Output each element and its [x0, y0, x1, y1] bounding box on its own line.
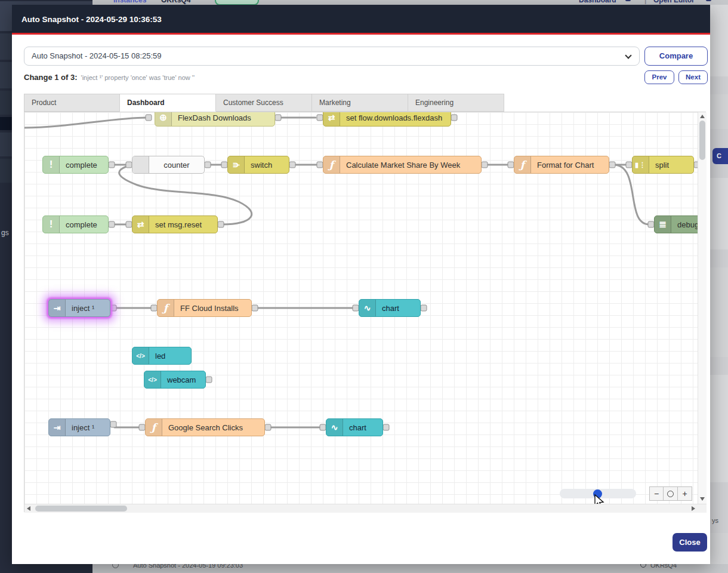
- flow-node-set-msg-reset[interactable]: set msg.reset: [132, 215, 218, 233]
- table-row: [710, 178, 728, 249]
- flow-node-switch[interactable]: switch: [227, 156, 289, 174]
- chevron-down-icon: [625, 52, 631, 58]
- selected-snapshot: Auto Snapshot - 2024-05-15 08:25:59: [32, 51, 162, 60]
- zoom-reset-icon: [667, 491, 674, 497]
- flow-node-calculate-market-share[interactable]: Calculate Market Share By Week: [323, 156, 482, 174]
- code-icon: [144, 371, 161, 388]
- change-icon: [323, 112, 340, 126]
- globe-icon: [155, 112, 172, 126]
- table-row: [710, 375, 728, 482]
- flow-node-inject-2[interactable]: inject ¹: [48, 418, 110, 436]
- zoom-button-group: − +: [649, 486, 692, 501]
- dialog-header: Auto Snapshot - 2024-05-29 10:36:53: [12, 5, 710, 35]
- vertical-scrollbar-thumb[interactable]: [699, 121, 705, 160]
- switch-icon: [228, 156, 245, 173]
- change-counter: Change 1 of 3:: [24, 73, 78, 82]
- next-change-button[interactable]: Next: [678, 70, 708, 84]
- mouse-cursor: [594, 494, 605, 504]
- change-summary: Change 1 of 3:'inject ¹' property 'once'…: [24, 73, 195, 82]
- scroll-down-arrow[interactable]: [700, 497, 705, 501]
- close-button[interactable]: Close: [673, 533, 707, 552]
- external-link-icon: [625, 0, 631, 1]
- table-row: [710, 5, 728, 76]
- inject-icon: [49, 419, 66, 436]
- exclamation-icon: [43, 156, 60, 173]
- clock-icon: [112, 564, 119, 568]
- prev-change-button[interactable]: Prev: [644, 70, 674, 84]
- scroll-right-arrow[interactable]: [692, 506, 695, 511]
- flow-node-chart-2[interactable]: chart: [326, 418, 383, 436]
- inject-icon: [49, 300, 66, 316]
- snapshot-compare-select[interactable]: Auto Snapshot - 2024-05-15 08:25:59: [24, 47, 640, 66]
- text-fragment: ys: [712, 517, 718, 524]
- change-detail: 'inject ¹' property 'once' was 'true' no…: [81, 74, 195, 81]
- counter-icon: [132, 156, 149, 173]
- flow-node-ff-cloud-installs[interactable]: FF Cloud Installs: [157, 299, 252, 317]
- chart-line-icon: [326, 419, 343, 436]
- nav-divider: |: [644, 0, 646, 4]
- horizontal-scrollbar[interactable]: [24, 504, 707, 513]
- flow-node-set-flow-downloads[interactable]: set flow.downloads.flexdash: [323, 112, 451, 127]
- breadcrumb-instances: Instances: [113, 0, 146, 4]
- zoom-reset-button[interactable]: [664, 486, 678, 501]
- tab-customer-success[interactable]: Customer Success: [216, 94, 312, 112]
- horizontal-scrollbar-thumb[interactable]: [35, 506, 127, 512]
- status-badge: [215, 0, 259, 5]
- dashboard-link: Dashboard: [579, 0, 616, 4]
- page-top-nav: Instances OKRsQ4 Dashboard | Open Editor: [92, 0, 728, 5]
- breadcrumb-app-name: OKRsQ4: [161, 0, 190, 4]
- flow-tabs: Product Dashboard Customer Success Marke…: [24, 94, 504, 112]
- debug-icon: [655, 216, 671, 233]
- function-icon: [158, 300, 174, 316]
- flow-canvas[interactable]: FlexDash Downloads set flow.downloads.fl…: [24, 112, 698, 504]
- flow-node-flexdash-downloads[interactable]: FlexDash Downloads: [155, 112, 275, 127]
- flow-node-webcam[interactable]: webcam: [144, 371, 206, 389]
- flow-node-debug[interactable]: debug: [654, 215, 698, 233]
- table-row: [710, 94, 728, 129]
- tab-marketing[interactable]: Marketing: [312, 94, 408, 112]
- dialog-title: Auto Snapshot - 2024-05-29 10:36:53: [21, 15, 162, 24]
- flow-node-format-for-chart[interactable]: Format for Chart: [514, 156, 609, 174]
- tab-product[interactable]: Product: [24, 94, 120, 112]
- external-link-icon: [706, 0, 711, 1]
- scroll-left-arrow[interactable]: [27, 506, 30, 511]
- flow-node-complete-1[interactable]: complete: [42, 156, 109, 174]
- zoom-out-button[interactable]: −: [649, 486, 664, 501]
- flow-node-google-search-clicks[interactable]: Google Search Clicks: [145, 418, 265, 436]
- compare-button[interactable]: Compare: [644, 47, 708, 66]
- zoom-in-button[interactable]: +: [678, 486, 692, 501]
- flow-node-split[interactable]: split: [632, 156, 694, 174]
- snapshot-dialog: Auto Snapshot - 2024-05-29 10:36:53 Auto…: [12, 5, 710, 564]
- flow-node-chart-1[interactable]: chart: [359, 299, 421, 317]
- split-icon: [633, 156, 649, 173]
- flow-node-counter[interactable]: counter: [132, 156, 205, 174]
- tab-dashboard[interactable]: Dashboard: [120, 94, 216, 112]
- sidebar-label-fragment: gs: [1, 229, 9, 237]
- flow-node-inject-highlighted[interactable]: inject ¹: [48, 299, 110, 317]
- page-bottom-row: Auto Snapshot - 2024-05-19 09:23:03 OKRs…: [92, 564, 728, 573]
- flow-node-led[interactable]: led: [132, 347, 192, 365]
- change-icon: [132, 216, 149, 233]
- tab-engineering[interactable]: Engineering: [408, 94, 504, 112]
- open-editor-link: Open Editor: [653, 0, 695, 4]
- vertical-scrollbar[interactable]: [698, 112, 707, 504]
- instance-name-fragment: OKRsQ4: [650, 564, 677, 569]
- flow-canvas-container: FlexDash Downloads set flow.downloads.fl…: [24, 112, 706, 512]
- instance-icon: [640, 564, 646, 568]
- code-icon: [132, 347, 149, 364]
- table-row: [710, 533, 728, 564]
- exclamation-icon: [43, 216, 60, 233]
- function-icon: [514, 156, 531, 173]
- snapshot-name-fragment: Auto Snapshot - 2024-05-19 09:23:03: [133, 564, 243, 569]
- page-right-strip: C ys: [710, 5, 728, 564]
- table-row: [710, 267, 728, 357]
- scroll-up-arrow[interactable]: [700, 115, 705, 118]
- function-icon: [323, 156, 340, 173]
- function-icon: [146, 419, 162, 436]
- chart-line-icon: [359, 300, 376, 316]
- background-button-fragment: C: [712, 148, 728, 164]
- flow-node-complete-2[interactable]: complete: [42, 215, 109, 233]
